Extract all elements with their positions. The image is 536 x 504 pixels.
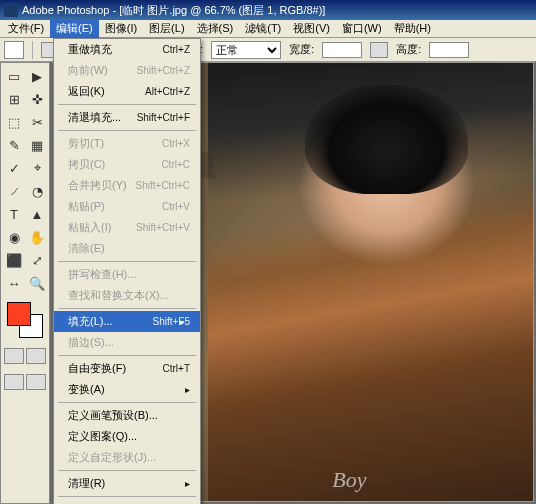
edit-menu-item-23[interactable]: 定义图案(Q)... — [54, 426, 200, 447]
edit-menu-item-24: 定义自定形状(J)... — [54, 447, 200, 468]
tool-4[interactable]: ⬚ — [3, 111, 25, 133]
tool-10[interactable]: ⟋ — [3, 180, 25, 202]
width-input[interactable] — [322, 42, 362, 58]
tool-13[interactable]: ▲ — [26, 203, 48, 225]
title-text: Adobe Photoshop - [临时 图片.jpg @ 66.7% (图层… — [22, 3, 325, 18]
tool-14[interactable]: ◉ — [3, 226, 25, 248]
menu-item-1[interactable]: 编辑(E) — [50, 19, 99, 38]
edit-menu-item-19[interactable]: 自由变换(F)Ctrl+T — [54, 358, 200, 379]
portrait-figure — [208, 63, 533, 501]
window-titlebar: Adobe Photoshop - [临时 图片.jpg @ 66.7% (图层… — [0, 0, 536, 20]
menu-separator — [58, 355, 196, 356]
tool-preset-swatch[interactable] — [4, 41, 24, 59]
foreground-color[interactable] — [7, 302, 31, 326]
tool-16[interactable]: ⬛ — [3, 249, 25, 271]
menu-separator — [58, 308, 196, 309]
toolbox: ▭▶⊞✜⬚✂✎▦✓⌖⟋◔T▲◉✋⬛⤢↔🔍 — [0, 62, 50, 504]
tool-18[interactable]: ↔ — [3, 272, 25, 294]
tool-5[interactable]: ✂ — [26, 111, 48, 133]
edit-menu-item-14: 查找和替换文本(X)... — [54, 285, 200, 306]
edit-menu-item-6: 剪切(T)Ctrl+X — [54, 133, 200, 154]
mode-icon-2[interactable] — [26, 374, 46, 390]
edit-menu-item-8: 合并拷贝(Y)Shift+Ctrl+C — [54, 175, 200, 196]
edit-menu-item-2[interactable]: 返回(K)Alt+Ctrl+Z — [54, 81, 200, 102]
tool-1[interactable]: ▶ — [26, 65, 48, 87]
edit-menu-item-0[interactable]: 重做填充Ctrl+Z — [54, 39, 200, 60]
tool-7[interactable]: ▦ — [26, 134, 48, 156]
edit-menu-item-16[interactable]: 填充(L)...▸Shift+F5 — [54, 311, 200, 332]
height-label: 高度: — [396, 42, 421, 57]
menu-separator — [58, 130, 196, 131]
menu-separator — [58, 402, 196, 403]
edit-menu-item-28[interactable]: 颜色设置(G)...Shift+Ctrl+K — [54, 499, 200, 504]
menu-item-4[interactable]: 选择(S) — [191, 19, 240, 38]
tool-6[interactable]: ✎ — [3, 134, 25, 156]
app-icon — [4, 3, 18, 17]
tool-11[interactable]: ◔ — [26, 180, 48, 202]
width-label: 宽度: — [289, 42, 314, 57]
quickmask-icon[interactable] — [4, 348, 24, 364]
edit-menu-item-7: 拷贝(C)Ctrl+C — [54, 154, 200, 175]
menu-bar: 文件(F)编辑(E)图像(I)图层(L)选择(S)滤镜(T)视图(V)窗口(W)… — [0, 20, 536, 38]
menu-item-7[interactable]: 窗口(W) — [336, 19, 388, 38]
edit-menu-item-1: 向前(W)Shift+Ctrl+Z — [54, 60, 200, 81]
tool-0[interactable]: ▭ — [3, 65, 25, 87]
edit-menu-item-13: 拼写检查(H)... — [54, 264, 200, 285]
menu-separator — [58, 104, 196, 105]
edit-menu-item-4[interactable]: 清退填充...Shift+Ctrl+F — [54, 107, 200, 128]
edit-menu-item-26[interactable]: 清理(R)▸ — [54, 473, 200, 494]
swap-icon[interactable] — [370, 42, 388, 58]
screenmode-icon[interactable] — [26, 348, 46, 364]
tool-17[interactable]: ⤢ — [26, 249, 48, 271]
edit-menu-item-17: 描边(S)... — [54, 332, 200, 353]
tool-8[interactable]: ✓ — [3, 157, 25, 179]
menu-item-0[interactable]: 文件(F) — [2, 19, 50, 38]
tool-15[interactable]: ✋ — [26, 226, 48, 248]
edit-menu-item-9: 粘贴(P)Ctrl+V — [54, 196, 200, 217]
edit-menu-item-22[interactable]: 定义画笔预设(B)... — [54, 405, 200, 426]
tool-19[interactable]: 🔍 — [26, 272, 48, 294]
color-swatches — [7, 302, 43, 338]
menu-separator — [58, 470, 196, 471]
edit-menu-item-11: 清除(E) — [54, 238, 200, 259]
menu-item-2[interactable]: 图像(I) — [99, 19, 143, 38]
menu-item-6[interactable]: 视图(V) — [287, 19, 336, 38]
menu-item-3[interactable]: 图层(L) — [143, 19, 190, 38]
watermark-text: Boy — [332, 467, 366, 493]
edit-menu-item-20[interactable]: 变换(A)▸ — [54, 379, 200, 400]
color-section — [3, 302, 47, 390]
menu-item-5[interactable]: 滤镜(T) — [239, 19, 287, 38]
menu-separator — [58, 496, 196, 497]
menu-item-8[interactable]: 帮助(H) — [388, 19, 437, 38]
tool-12[interactable]: T — [3, 203, 25, 225]
style-select[interactable]: 正常 — [211, 41, 281, 59]
tool-2[interactable]: ⊞ — [3, 88, 25, 110]
tool-9[interactable]: ⌖ — [26, 157, 48, 179]
edit-menu-dropdown: 重做填充Ctrl+Z向前(W)Shift+Ctrl+Z返回(K)Alt+Ctrl… — [53, 38, 201, 504]
tool-3[interactable]: ✜ — [26, 88, 48, 110]
separator — [32, 41, 33, 59]
edit-menu-item-10: 粘贴入(I)Shift+Ctrl+V — [54, 217, 200, 238]
mode-icon-1[interactable] — [4, 374, 24, 390]
menu-separator — [58, 261, 196, 262]
height-input[interactable] — [429, 42, 469, 58]
